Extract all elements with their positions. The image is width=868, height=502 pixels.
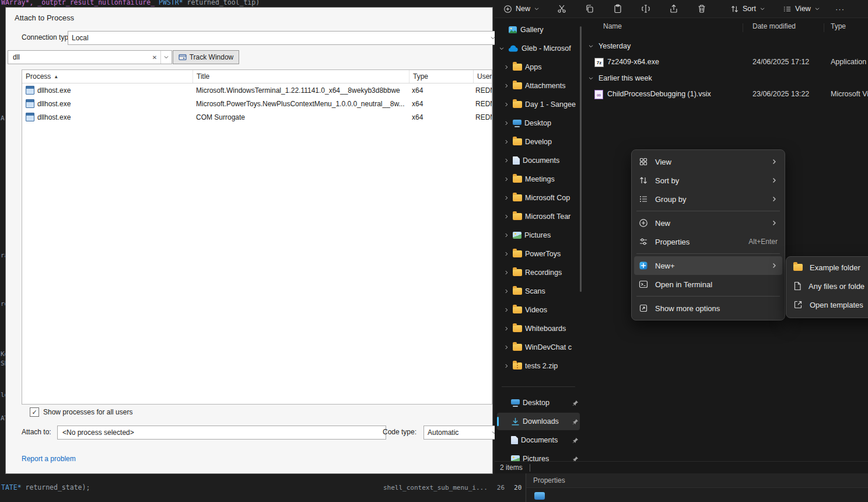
sidebar-item-attachments[interactable]: Attachments xyxy=(497,77,580,95)
chevron-down-icon xyxy=(814,6,820,12)
copy-button[interactable] xyxy=(580,1,600,16)
chevron-right-icon[interactable] xyxy=(503,176,510,182)
sidebar-item-gallery[interactable]: Gallery xyxy=(497,21,580,39)
connection-type-label: Connection type: xyxy=(22,33,74,41)
sort-button[interactable]: Sort xyxy=(725,1,771,16)
chevron-right-icon[interactable] xyxy=(503,344,510,350)
submenu-item-open-templates[interactable]: Open templates xyxy=(789,295,868,314)
track-window-button[interactable]: Track Window xyxy=(173,50,239,64)
chevron-right-icon[interactable] xyxy=(503,363,510,369)
sidebar-item-videos[interactable]: Videos xyxy=(497,301,580,319)
chevron-right-icon[interactable] xyxy=(503,120,510,126)
sidebar-item-documents[interactable]: Documents xyxy=(497,152,580,169)
chevron-right-icon[interactable] xyxy=(503,326,510,332)
chevron-down-icon[interactable] xyxy=(588,43,594,49)
menu-item-view[interactable]: View xyxy=(634,152,782,171)
chevron-right-icon[interactable] xyxy=(503,102,510,107)
menu-item-label: Show more options xyxy=(655,304,720,313)
menu-item-sort-by[interactable]: Sort by xyxy=(634,171,782,190)
view-button[interactable]: View xyxy=(778,1,825,16)
sidebar-item-windevchat[interactable]: WinDevChat c xyxy=(497,339,580,356)
file-row[interactable]: ∞ ChildProcessDebugging (1).vsix 23/06/2… xyxy=(583,87,868,102)
column-header-title[interactable]: Title xyxy=(193,70,410,83)
sidebar-item-tests-zip[interactable]: tests 2.zip xyxy=(497,357,580,375)
column-header-process[interactable]: Process▲ xyxy=(22,70,193,83)
column-header-name[interactable]: Name xyxy=(603,22,622,30)
paste-button[interactable] xyxy=(608,1,628,16)
report-problem-link[interactable]: Report a problem xyxy=(22,455,76,463)
chevron-right-icon[interactable] xyxy=(503,158,510,163)
delete-button[interactable] xyxy=(692,1,712,16)
sort-icon xyxy=(730,5,739,13)
sidebar-item-pictures-pinned[interactable]: Pictures xyxy=(497,450,580,461)
chevron-right-icon[interactable] xyxy=(503,232,510,238)
chevron-right-icon[interactable] xyxy=(503,288,510,294)
chevron-right-icon[interactable] xyxy=(503,270,510,276)
new-button[interactable]: New xyxy=(498,1,545,16)
sidebar-item-documents-pinned[interactable]: Documents xyxy=(497,431,580,449)
sidebar-item-powertoys[interactable]: PowerToys xyxy=(497,245,580,263)
code-type-select[interactable]: Automatic xyxy=(424,426,501,440)
table-row[interactable]: dllhost.exe COM Surrogate x64 REDMOND xyxy=(22,110,492,124)
column-header-date[interactable]: Date modified xyxy=(752,22,796,30)
cut-button[interactable] xyxy=(552,1,572,16)
menu-item-group-by[interactable]: Group by xyxy=(634,190,782,208)
share-button[interactable] xyxy=(664,1,684,16)
table-row[interactable]: dllhost.exe Microsoft.PowerToys.NewPlusC… xyxy=(22,97,492,110)
rename-button[interactable] xyxy=(636,1,656,16)
sidebar-item-microsoft-tea[interactable]: Microsoft Tear xyxy=(497,208,580,225)
more-options-button[interactable]: ··· xyxy=(830,1,850,16)
chevron-right-icon[interactable] xyxy=(503,139,510,145)
column-header-type[interactable]: Type xyxy=(410,70,474,83)
sidebar-item-onedrive[interactable]: Gleb - Microsof xyxy=(497,40,580,57)
sidebar-item-scans[interactable]: Scans xyxy=(497,283,580,300)
submenu-item-example-folder[interactable]: Example folder xyxy=(789,258,868,277)
sidebar-item-recordings[interactable]: Recordings xyxy=(497,264,580,281)
chevron-right-icon[interactable] xyxy=(503,83,510,89)
group-header-yesterday[interactable]: Yesterday xyxy=(588,40,631,52)
sidebar-item-microsoft-cop[interactable]: Microsoft Cop xyxy=(497,189,580,207)
chevron-right-icon[interactable] xyxy=(503,64,510,70)
menu-item-show-more-options[interactable]: Show more options xyxy=(634,299,782,318)
sidebar-item-day1[interactable]: Day 1 - Sangee xyxy=(497,96,580,113)
chevron-down-icon[interactable] xyxy=(588,75,594,81)
sidebar-item-whiteboards[interactable]: Whiteboards xyxy=(497,320,580,337)
sidebar-item-downloads-pinned[interactable]: Downloads xyxy=(497,413,580,430)
menu-item-new[interactable]: New xyxy=(634,214,782,232)
sidebar-item-pictures[interactable]: Pictures xyxy=(497,226,580,244)
group-header-earlier[interactable]: Earlier this week xyxy=(588,72,652,84)
chevron-right-icon[interactable] xyxy=(503,251,510,257)
sidebar-item-desktop[interactable]: Desktop xyxy=(497,114,580,132)
nav-scrollbar[interactable] xyxy=(580,26,582,292)
track-window-icon xyxy=(178,54,187,61)
menu-item-open-in-terminal[interactable]: Open in Terminal xyxy=(634,275,782,294)
process-type: x64 xyxy=(408,86,472,95)
table-row[interactable]: dllhost.exe Microsoft.WindowsTerminal_1.… xyxy=(22,83,492,97)
attach-to-input[interactable] xyxy=(61,428,382,437)
file-row[interactable]: 7z 7z2409-x64.exe 24/06/2025 17:12 Appli… xyxy=(583,55,868,70)
sidebar-item-desktop-pinned[interactable]: Desktop xyxy=(497,394,580,412)
clear-filter-icon[interactable]: ✕ xyxy=(149,54,160,61)
file-icon xyxy=(534,492,545,500)
pictures-icon xyxy=(513,232,522,239)
folder-icon xyxy=(513,213,522,220)
column-header-user[interactable]: User Name xyxy=(474,70,492,83)
chevron-right-icon[interactable] xyxy=(503,307,510,313)
menu-item-properties[interactable]: Properties Alt+Enter xyxy=(634,232,782,251)
submenu-item-any-files[interactable]: Any files or folde xyxy=(789,277,868,295)
process-name: dllhost.exe xyxy=(37,100,71,108)
sidebar-item-develop[interactable]: Develop xyxy=(497,133,580,151)
connection-type-select[interactable]: Local xyxy=(68,31,499,45)
show-all-users-checkbox[interactable]: ✓ xyxy=(30,407,39,417)
sidebar-item-meetings[interactable]: Meetings xyxy=(497,170,580,188)
chevron-right-icon xyxy=(771,196,778,203)
menu-item-new-plus[interactable]: New+ xyxy=(634,256,782,275)
sidebar-item-label: Documents xyxy=(521,436,569,444)
chevron-right-icon[interactable] xyxy=(503,214,510,219)
filter-dropdown-icon[interactable] xyxy=(160,51,172,64)
chevron-right-icon[interactable] xyxy=(503,195,510,201)
column-header-type[interactable]: Type xyxy=(831,22,846,30)
process-filter-input[interactable] xyxy=(12,53,149,62)
sidebar-item-apps[interactable]: Apps xyxy=(497,58,580,76)
chevron-down-icon[interactable] xyxy=(498,46,505,51)
